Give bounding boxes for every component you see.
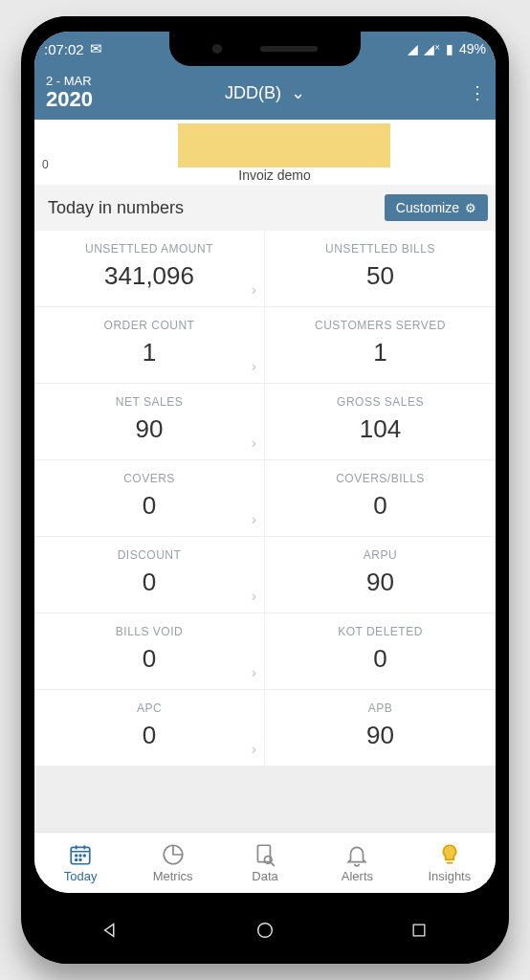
status-time: :07:02 xyxy=(44,41,84,57)
tab-label: Metrics xyxy=(153,869,193,883)
svg-point-5 xyxy=(79,855,81,857)
metric-bills-void[interactable]: BILLS VOID 0 › xyxy=(34,613,265,690)
android-back-button[interactable] xyxy=(99,918,123,943)
calendar-icon xyxy=(68,842,93,867)
metric-value: 341,096 xyxy=(40,261,258,291)
chevron-right-icon: › xyxy=(252,511,256,528)
metric-net-sales[interactable]: NET SALES 90 › xyxy=(34,384,265,460)
metric-label: NET SALES xyxy=(40,395,258,409)
chart-bar xyxy=(178,123,390,167)
metric-label: COVERS xyxy=(40,472,258,485)
metric-value: 1 xyxy=(40,338,258,368)
tab-label: Insights xyxy=(428,869,471,883)
section-title: Today in numbers xyxy=(48,198,184,218)
chevron-right-icon: › xyxy=(252,664,256,681)
square-recent-icon xyxy=(409,921,429,940)
chevron-right-icon: › xyxy=(252,281,256,299)
metric-discount[interactable]: DISCOUNT 0 › xyxy=(34,537,265,613)
chevron-down-icon: ⌄ xyxy=(291,82,305,103)
bell-icon xyxy=(344,842,369,867)
triangle-back-icon xyxy=(100,920,121,941)
svg-point-14 xyxy=(258,924,273,938)
signal-x-icon: ◢ˣ xyxy=(424,41,440,56)
metric-label: GROSS SALES xyxy=(271,395,490,409)
metric-kot-deleted[interactable]: KOT DELETED 0 xyxy=(265,613,496,690)
svg-point-6 xyxy=(84,855,86,857)
chevron-right-icon: › xyxy=(252,358,256,375)
signal-icon: ◢ xyxy=(408,41,418,56)
metric-gross-sales[interactable]: GROSS SALES 104 xyxy=(265,384,496,460)
android-home-button[interactable] xyxy=(253,918,277,943)
chart-card: 0 Invoiz demo xyxy=(34,120,496,185)
customize-label: Customize xyxy=(396,200,459,215)
metric-value: 0 xyxy=(40,721,258,750)
tab-label: Data xyxy=(252,869,277,883)
metric-value: 0 xyxy=(40,491,258,521)
metric-value: 90 xyxy=(40,414,258,444)
metric-unsettled-amount[interactable]: UNSETTLED AMOUNT 341,096 › xyxy=(34,231,265,307)
mail-icon: ✉ xyxy=(90,40,102,57)
tab-today[interactable]: Today xyxy=(34,833,126,893)
location-title: JDD(B) xyxy=(225,83,281,103)
metric-label: ORDER COUNT xyxy=(40,319,258,332)
document-search-icon xyxy=(253,842,277,867)
customize-button[interactable]: Customize ⚙ xyxy=(385,194,488,221)
metric-label: UNSETTLED BILLS xyxy=(271,242,490,256)
app-bar: 2 - MAR 2020 JDD(B) ⌄ ⋮ xyxy=(34,66,496,120)
chevron-right-icon: › xyxy=(252,741,256,758)
metric-value: 0 xyxy=(271,644,490,674)
bottom-tab-bar: Today Metrics Data Alerts Insights xyxy=(34,832,496,893)
battery-text: 49% xyxy=(459,41,486,56)
tab-label: Alerts xyxy=(342,869,373,883)
metric-label: COVERS/BILLS xyxy=(271,472,490,485)
metric-order-count[interactable]: ORDER COUNT 1 › xyxy=(34,307,265,384)
svg-rect-15 xyxy=(413,924,425,936)
metric-value: 90 xyxy=(271,568,490,597)
svg-point-4 xyxy=(76,855,77,857)
metric-customers-served[interactable]: CUSTOMERS SERVED 1 xyxy=(265,307,496,384)
tab-alerts[interactable]: Alerts xyxy=(311,833,403,893)
metric-apb[interactable]: APB 90 xyxy=(265,690,496,767)
metric-label: DISCOUNT xyxy=(40,548,258,562)
metric-covers[interactable]: COVERS 0 › xyxy=(34,460,265,537)
tab-label: Today xyxy=(64,869,98,883)
metric-label: APB xyxy=(271,702,490,715)
date-selector[interactable]: 2 - MAR 2020 xyxy=(46,75,93,111)
metric-covers-bills[interactable]: COVERS/BILLS 0 xyxy=(265,460,496,537)
metric-value: 0 xyxy=(40,568,258,597)
metrics-grid: UNSETTLED AMOUNT 341,096 › UNSETTLED BIL… xyxy=(34,231,496,832)
metric-label: ARPU xyxy=(271,548,490,562)
metric-label: CUSTOMERS SERVED xyxy=(271,319,490,332)
android-recent-button[interactable] xyxy=(407,918,431,943)
tab-metrics[interactable]: Metrics xyxy=(126,833,218,893)
metric-value: 50 xyxy=(271,261,490,291)
metric-value: 0 xyxy=(40,644,258,674)
circle-home-icon xyxy=(254,920,276,941)
tab-insights[interactable]: Insights xyxy=(404,833,496,893)
metric-label: UNSETTLED AMOUNT xyxy=(40,242,258,256)
date-label-line2: 2020 xyxy=(46,88,93,111)
metric-value: 104 xyxy=(271,414,490,444)
gear-icon: ⚙ xyxy=(465,201,476,215)
svg-line-12 xyxy=(272,863,275,866)
metric-value: 90 xyxy=(271,721,490,750)
metric-apc[interactable]: APC 0 › xyxy=(34,690,265,767)
metric-value: 1 xyxy=(271,338,490,368)
lightbulb-icon xyxy=(437,842,462,867)
date-label-line1: 2 - MAR xyxy=(46,75,93,88)
metric-label: KOT DELETED xyxy=(271,625,490,638)
chevron-right-icon: › xyxy=(252,588,256,605)
location-dropdown[interactable]: JDD(B) ⌄ xyxy=(225,82,305,103)
android-nav-bar xyxy=(34,906,496,954)
pie-chart-icon xyxy=(161,842,186,867)
tab-data[interactable]: Data xyxy=(219,833,311,893)
svg-point-7 xyxy=(76,859,77,861)
chevron-right-icon: › xyxy=(252,434,256,452)
chart-y-zero: 0 xyxy=(42,158,49,171)
metric-arpu[interactable]: ARPU 90 xyxy=(265,537,496,613)
battery-icon: ▮ xyxy=(446,41,453,56)
metric-label: APC xyxy=(40,702,258,715)
overflow-menu-button[interactable]: ⋮ xyxy=(469,82,486,103)
metric-value: 0 xyxy=(271,491,490,521)
metric-unsettled-bills[interactable]: UNSETTLED BILLS 50 xyxy=(265,231,496,307)
